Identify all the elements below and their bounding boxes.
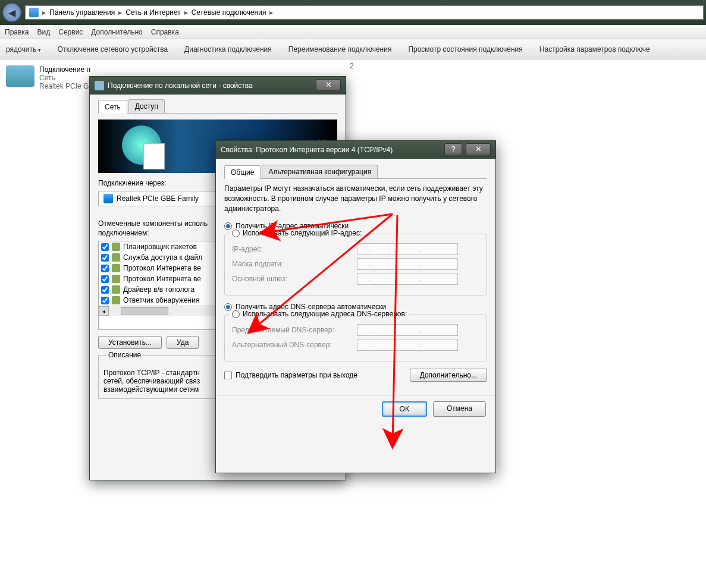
tab-access[interactable]: Доступ — [128, 99, 165, 113]
dialog-title-text: Подключение по локальной сети - свойства — [108, 81, 253, 90]
dns-alt-input[interactable]: ... — [357, 339, 458, 351]
menu-service[interactable]: Сервис — [58, 28, 83, 36]
dialog-footer: ОК Отмена — [216, 395, 495, 423]
ip-manual-group: Использовать следующий IP-адрес: IP-адре… — [224, 234, 487, 295]
ip-manual-label: Использовать следующий IP-адрес: — [243, 229, 362, 237]
component-checkbox[interactable] — [101, 243, 109, 251]
breadcrumb-item[interactable]: Сеть и Интернет — [125, 8, 180, 17]
component-checkbox[interactable] — [101, 286, 109, 294]
menu-view[interactable]: Вид — [37, 28, 51, 36]
adapter-name: Realtek PCIe GBE Family — [117, 194, 199, 203]
component-icon — [112, 285, 120, 294]
dialog-title-text: Свойства: Протокол Интернета версии 4 (T… — [221, 146, 393, 154]
cancel-button[interactable]: Отмена — [433, 401, 486, 417]
component-label[interactable]: Драйвер в/в тополога — [123, 285, 194, 294]
help-button[interactable]: ? — [444, 143, 462, 155]
dns-manual-group: Использовать следующие адреса DNS-сервер… — [224, 315, 487, 361]
component-checkbox[interactable] — [101, 275, 109, 283]
toolbar-diagnostic[interactable]: Диагностика подключения — [184, 45, 272, 54]
dns-manual-radio-row[interactable]: Использовать следующие адреса DNS-сервер… — [230, 310, 409, 318]
confirm-exit-label: Подтвердить параметры при выходе — [236, 371, 357, 379]
component-checkbox[interactable] — [101, 265, 109, 272]
ok-button[interactable]: ОК — [382, 401, 427, 417]
close-button[interactable]: ✕ — [316, 79, 341, 91]
scroll-left-button[interactable]: ◂ — [99, 306, 109, 316]
toolbar-status[interactable]: Просмотр состояния подключения — [408, 45, 522, 54]
subnet-input[interactable]: ... — [357, 258, 458, 270]
component-label[interactable]: Служба доступа к файл — [123, 253, 202, 262]
dialog-titlebar[interactable]: Свойства: Протокол Интернета версии 4 (T… — [216, 141, 495, 159]
tab-general[interactable]: Общие — [224, 165, 261, 179]
radio-icon[interactable] — [232, 229, 240, 237]
component-checkbox[interactable] — [101, 254, 109, 262]
network-adapter-icon — [6, 65, 34, 87]
radio-icon[interactable] — [232, 310, 240, 318]
connection-name: Подключение п — [39, 65, 98, 74]
menu-more[interactable]: Дополнительно — [91, 28, 142, 36]
address-bar-row: ◀ ▸ Панель управления ▸ Сеть и Интернет … — [0, 0, 706, 25]
menu-edit[interactable]: Правка — [5, 28, 29, 36]
toolbar: рядочить Отключение сетевого устройства … — [0, 39, 706, 59]
subnet-label: Маска подсети: — [232, 260, 357, 268]
ipv4-properties-dialog: Свойства: Протокол Интернета версии 4 (T… — [215, 140, 496, 473]
dialog-titlebar[interactable]: Подключение по локальной сети - свойства… — [90, 77, 346, 95]
tab-alt-config[interactable]: Альтернативная конфигурация — [262, 165, 378, 178]
nic-icon — [103, 194, 113, 203]
component-icon — [112, 253, 120, 262]
gateway-input[interactable]: ... — [357, 273, 458, 285]
scroll-thumb[interactable] — [121, 307, 168, 315]
computer-icon — [29, 8, 39, 17]
toolbar-organize[interactable]: рядочить — [6, 45, 41, 54]
extra-badge: 2 — [350, 62, 354, 70]
ip-address-label: IP-адрес: — [232, 245, 357, 253]
close-button[interactable]: ✕ — [466, 143, 491, 155]
description-legend: Описание — [106, 351, 143, 359]
checklist-icon — [143, 143, 165, 169]
dns-manual-label: Использовать следующие адреса DNS-сервер… — [243, 310, 407, 318]
component-label[interactable]: Протокол Интернета ве — [123, 275, 201, 283]
uninstall-button[interactable]: Уда — [167, 336, 199, 349]
breadcrumb-bar[interactable]: ▸ Панель управления ▸ Сеть и Интернет ▸ … — [25, 5, 704, 20]
dns-alt-label: Альтернативный DNS-сервер: — [232, 341, 357, 349]
dialog-body: Общие Альтернативная конфигурация Параме… — [216, 159, 495, 395]
toolbar-disable-device[interactable]: Отключение сетевого устройства — [58, 45, 168, 54]
tab-network[interactable]: Сеть — [98, 100, 127, 114]
install-button[interactable]: Установить... — [98, 336, 162, 349]
dns-pref-label: Предпочитаемый DNS-сервер: — [232, 326, 357, 334]
breadcrumb-sep-icon: ▸ — [42, 8, 46, 17]
tabs: Общие Альтернативная конфигурация — [224, 165, 487, 179]
ip-manual-radio-row[interactable]: Использовать следующий IP-адрес: — [230, 229, 364, 237]
breadcrumb-sep-icon: ▸ — [184, 8, 188, 17]
ip-address-input[interactable]: ... — [357, 243, 458, 255]
component-icon — [112, 243, 120, 251]
gateway-label: Основной шлюз: — [232, 275, 357, 283]
checkbox-icon[interactable] — [224, 372, 232, 379]
component-icon — [112, 296, 120, 304]
dns-pref-input[interactable]: ... — [357, 324, 458, 336]
breadcrumb-sep-icon: ▸ — [118, 8, 122, 17]
nav-back-button[interactable]: ◀ — [2, 3, 21, 22]
toolbar-settings[interactable]: Настройка параметров подключе — [539, 45, 650, 54]
component-icon — [112, 264, 120, 272]
breadcrumb-item[interactable]: Сетевые подключения — [192, 8, 266, 17]
menu-bar: Правка Вид Сервис Дополнительно Справка — [0, 25, 706, 39]
breadcrumb-sep-icon: ▸ — [269, 8, 273, 17]
advanced-button[interactable]: Дополнительно... — [410, 369, 487, 382]
component-label[interactable]: Ответчик обнаружения — [123, 296, 199, 304]
dialog-icon — [95, 81, 104, 90]
breadcrumb-item[interactable]: Панель управления — [49, 8, 115, 17]
component-checkbox[interactable] — [101, 297, 109, 304]
confirm-exit-row[interactable]: Подтвердить параметры при выходе Дополни… — [224, 369, 487, 382]
component-label[interactable]: Протокол Интернета ве — [123, 264, 201, 272]
menu-help[interactable]: Справка — [151, 28, 179, 36]
intro-text: Параметры IP могут назначаться автоматич… — [224, 184, 487, 213]
component-icon — [112, 275, 120, 283]
tabs: Сеть Доступ — [98, 99, 337, 114]
component-label[interactable]: Планировщик пакетов — [123, 243, 197, 251]
toolbar-rename[interactable]: Переименование подключения — [288, 45, 392, 54]
